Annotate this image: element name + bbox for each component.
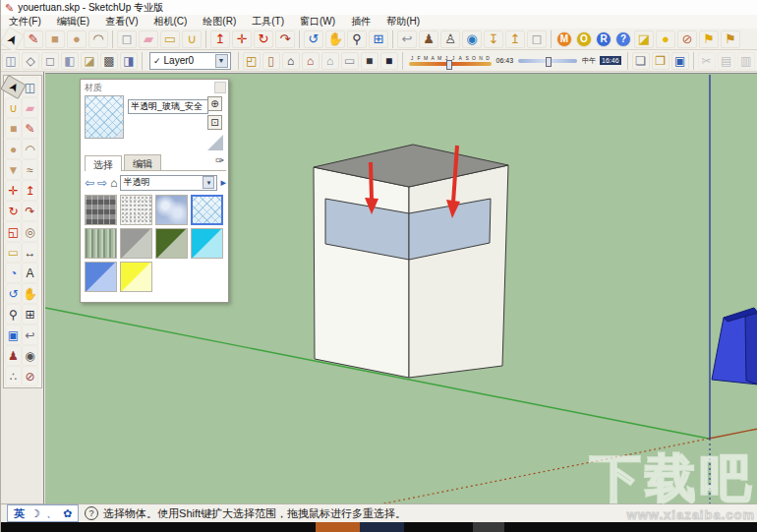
- cut-icon[interactable]: ✂: [698, 52, 716, 70]
- box-right-face[interactable]: [409, 165, 508, 378]
- dark-cube2-icon[interactable]: ■: [380, 52, 398, 70]
- tape-measure-tool[interactable]: ▭: [160, 30, 180, 48]
- label-icon[interactable]: ◪: [634, 30, 654, 48]
- materials-dialog-close-button[interactable]: [214, 82, 226, 93]
- back-arrow-icon[interactable]: ⇦: [85, 176, 94, 190]
- move-tool[interactable]: ✛: [232, 30, 252, 48]
- plugin-house3-icon[interactable]: ⌂: [321, 52, 339, 70]
- ime-moon-icon[interactable]: ☽: [30, 507, 40, 520]
- plugin-box-icon[interactable]: ◰: [243, 52, 261, 70]
- rotate-tool[interactable]: ↻: [254, 30, 273, 48]
- hidden-line-mode[interactable]: ◻: [41, 52, 59, 70]
- arc-tool[interactable]: ◠: [88, 30, 108, 48]
- follow-me-tool[interactable]: ↷: [22, 201, 38, 221]
- home-icon[interactable]: ⌂: [110, 176, 117, 190]
- material-cyan-tinted[interactable]: [191, 228, 223, 259]
- material-striped-glass[interactable]: [85, 228, 117, 259]
- material-glass-block[interactable]: [85, 195, 117, 225]
- paste-icon[interactable]: ▥: [737, 52, 755, 70]
- zoom-tool[interactable]: ⚲: [5, 304, 22, 325]
- scale-tool[interactable]: ◱: [5, 221, 22, 242]
- ime-toolbar[interactable]: 英 ☽ 、 ✿: [7, 504, 79, 522]
- pan-tool[interactable]: ✋: [325, 30, 345, 48]
- ime-language-indicator[interactable]: 英: [14, 506, 25, 521]
- monochrome-mode[interactable]: ▩: [100, 52, 118, 70]
- push-pull-tool[interactable]: ↥: [22, 180, 38, 201]
- pan-tool[interactable]: ✋: [22, 283, 38, 304]
- eraser-tool[interactable]: ▰: [139, 30, 158, 48]
- material-blue-tinted[interactable]: [85, 262, 117, 292]
- plugin-compass-badge[interactable]: O: [576, 31, 592, 47]
- menu-item-7[interactable]: 插件: [343, 15, 378, 29]
- select-tool[interactable]: ➤: [0, 26, 25, 51]
- create-material-button[interactable]: ⊕: [207, 96, 222, 111]
- xray-mode[interactable]: ◫: [2, 52, 20, 70]
- freehand-tool[interactable]: ≈: [22, 159, 38, 180]
- wireframe-mode[interactable]: ◇: [22, 52, 39, 70]
- polygon-tool[interactable]: ▼: [5, 159, 22, 180]
- save-file-icon[interactable]: ▣: [671, 52, 689, 70]
- default-material-button[interactable]: ⊡: [207, 115, 222, 130]
- zoom-extents-tool[interactable]: ▣: [5, 325, 22, 345]
- layer-dropdown-arrow-icon[interactable]: ▼: [215, 54, 228, 68]
- material-name-input[interactable]: [128, 99, 208, 114]
- section-plane-tool[interactable]: ⊘: [22, 366, 38, 386]
- flag2-icon[interactable]: ⚑: [721, 30, 740, 48]
- walk-tool[interactable]: ∴: [5, 366, 22, 386]
- menu-item-2[interactable]: 查看(V): [97, 15, 146, 29]
- menu-item-8[interactable]: 帮助(H): [378, 15, 428, 29]
- plugin-panel-icon[interactable]: ▭: [341, 52, 359, 70]
- share-model-icon[interactable]: ↥: [505, 30, 525, 48]
- plugin-help-badge[interactable]: ?: [615, 31, 631, 47]
- warehouse-icon[interactable]: ◻: [527, 30, 547, 48]
- circle-tool[interactable]: ●: [67, 30, 87, 48]
- ime-settings-icon[interactable]: ✿: [63, 507, 72, 520]
- copy-icon[interactable]: ▤: [718, 52, 735, 70]
- material-green-tinted[interactable]: [155, 228, 188, 259]
- zoom-window-tool[interactable]: ⊞: [22, 304, 38, 325]
- plugin-door-icon[interactable]: ▯: [262, 52, 280, 70]
- plugin-house-icon[interactable]: ⌂: [282, 52, 300, 70]
- menu-item-4[interactable]: 绘图(R): [195, 15, 244, 29]
- eraser-tool[interactable]: ▰: [22, 97, 38, 118]
- follow-me-tool[interactable]: ↷: [275, 30, 295, 48]
- material-sky-clouds[interactable]: [155, 195, 188, 225]
- dimension-tool[interactable]: ↔: [22, 242, 38, 263]
- menu-item-3[interactable]: 相机(C): [146, 15, 195, 29]
- flag-icon[interactable]: ⚑: [699, 30, 719, 48]
- detail-pane-icon[interactable]: ▸: [220, 176, 226, 189]
- collection-dropdown[interactable]: 半透明 ▼: [120, 175, 217, 191]
- paint-bucket-tool[interactable]: ∪: [182, 30, 202, 48]
- paint-bucket-tool[interactable]: ∪: [5, 97, 22, 118]
- sphere-icon[interactable]: ●: [656, 30, 675, 48]
- menu-item-1[interactable]: 编辑(E): [49, 15, 97, 29]
- plugin-m-badge[interactable]: M: [556, 31, 572, 47]
- back-edges-mode[interactable]: ◨: [120, 52, 138, 70]
- circle-tool[interactable]: ●: [5, 139, 22, 159]
- textured-mode[interactable]: ◪: [81, 52, 98, 70]
- open-file-icon[interactable]: ❐: [652, 52, 670, 70]
- walk-tool[interactable]: ♙: [440, 30, 460, 48]
- push-pull-tool[interactable]: ↥: [210, 30, 230, 48]
- position-camera-tool[interactable]: ♟: [5, 345, 22, 366]
- materials-tab-0[interactable]: 选择: [85, 155, 122, 171]
- menu-item-5[interactable]: 工具(T): [244, 15, 292, 29]
- dark-cube-icon[interactable]: ■: [361, 52, 378, 70]
- eyedropper-icon[interactable]: ✑: [215, 154, 224, 167]
- offset-tool[interactable]: ◎: [22, 221, 38, 242]
- line-tool[interactable]: ✎: [24, 30, 43, 48]
- orbit-tool[interactable]: ↺: [304, 30, 323, 48]
- menu-item-6[interactable]: 窗口(W): [292, 15, 343, 29]
- ime-punctuation-icon[interactable]: 、: [46, 506, 57, 521]
- zoom-tool[interactable]: ⚲: [347, 30, 367, 48]
- rotate-tool[interactable]: ↻: [5, 201, 22, 221]
- text-tool[interactable]: A: [22, 263, 38, 283]
- forward-arrow-icon[interactable]: ⇨: [97, 176, 107, 190]
- layer-dropdown[interactable]: ✓ Layer0 ▼: [149, 52, 231, 70]
- component-tool[interactable]: ◻: [117, 30, 137, 48]
- plugin-house2-icon[interactable]: ⌂: [302, 52, 320, 70]
- rectangle-tool[interactable]: ■: [45, 30, 65, 48]
- material-yellow-tinted[interactable]: [120, 262, 152, 292]
- position-camera-tool[interactable]: ♟: [419, 30, 438, 48]
- materials-tab-1[interactable]: 编辑: [124, 154, 161, 170]
